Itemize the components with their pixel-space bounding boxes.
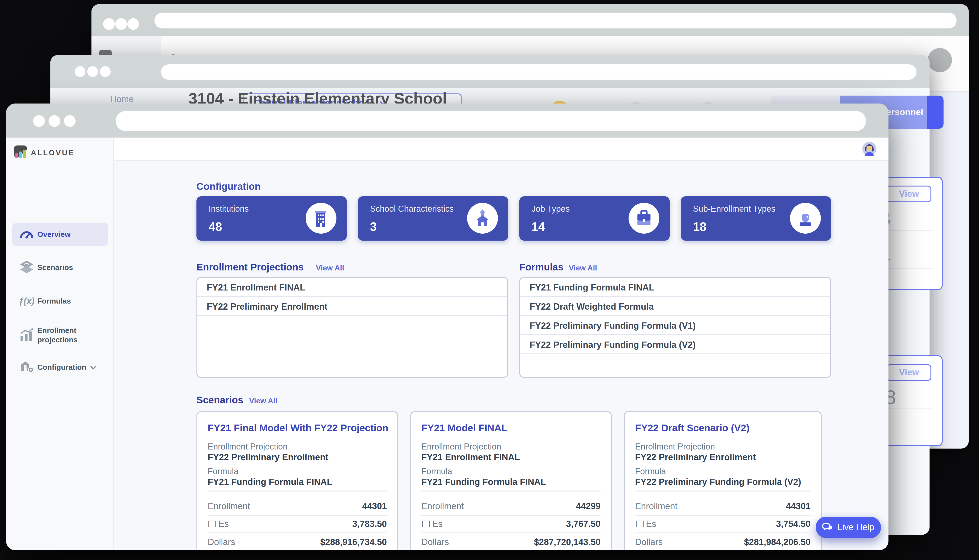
url-bar[interactable] [161, 64, 917, 80]
scenarios-view-all[interactable]: View All [249, 397, 277, 405]
chart-growth-icon [16, 328, 37, 343]
scenario-title: FY22 Draft Scenario (V2) [635, 422, 749, 433]
middle-titlebar [50, 55, 929, 88]
front-content-header [114, 138, 889, 161]
overview-page: Configuration Institutions 48 School Cha… [114, 161, 889, 550]
allovue-logo-icon [14, 145, 27, 158]
row-label: Dollars [635, 537, 663, 547]
row-label: Enrollment [635, 501, 678, 512]
scenario-formula-label: Formula [635, 467, 666, 477]
scenario-card[interactable]: FY21 Model FINAL Enrollment Projection F… [410, 411, 612, 550]
sidebar-item-scenarios[interactable]: Scenarios [12, 256, 108, 279]
row-label: Dollars [208, 537, 235, 547]
list-item[interactable]: FY22 Preliminary Funding Formula (V1) [520, 316, 830, 335]
traffic-dot[interactable] [103, 18, 115, 30]
scenario-ep-label: Enrollment Projection [208, 442, 287, 452]
row-label: FTEs [421, 519, 443, 529]
traffic-dot[interactable] [48, 115, 60, 127]
sidebar-item-configuration[interactable]: Configuration [12, 356, 108, 379]
chat-bubbles-icon [822, 523, 834, 532]
formulas-list: FY21 Funding Formula FINAL FY22 Draft We… [520, 277, 831, 378]
traffic-dot[interactable] [100, 66, 110, 77]
scenario-card[interactable]: FY21 Final Model With FY22 Projection En… [196, 411, 398, 550]
row-value: 3,783.50 [353, 519, 387, 529]
card-job-types[interactable]: Job Types 14 [520, 196, 670, 241]
list-item[interactable]: FY22 Preliminary Enrollment [197, 297, 507, 316]
back-avatar[interactable] [928, 48, 952, 72]
sidebar-item-formulas[interactable]: ƒ(x) Formulas [12, 290, 108, 313]
row-label: FTEs [635, 519, 656, 529]
chevron-down-icon [90, 365, 97, 370]
view-button[interactable]: View [887, 186, 931, 202]
school-gear-icon [16, 360, 37, 375]
row-value: $287,720,143.50 [534, 537, 601, 547]
screenshot-stage: ALLOVUE Search... Feedback? Home Central… [0, 0, 979, 560]
briefcase-icon [628, 203, 659, 233]
schoolhouse-icon [467, 203, 498, 233]
row-value: $288,916,734.50 [320, 537, 387, 547]
row-value: 3,767.50 [566, 519, 601, 529]
sidebar: ALLOVUE Overview Scenarios ƒ(x) Formulas [6, 138, 114, 550]
back-titlebar [92, 4, 969, 36]
live-help-button[interactable]: Live Help [816, 517, 881, 538]
list-item[interactable]: FY21 Funding Formula FINAL [520, 278, 830, 297]
scenario-card[interactable]: FY22 Draft Scenario (V2) Enrollment Proj… [624, 411, 822, 550]
list-item[interactable]: FY22 Preliminary Funding Formula (V2) [520, 335, 830, 354]
row-value: 3,754.50 [776, 519, 810, 529]
row-value: 44299 [576, 501, 601, 512]
scenarios-heading: Scenarios [196, 395, 243, 406]
home-breadcrumb[interactable]: Home [110, 94, 134, 105]
traffic-dot[interactable] [115, 18, 127, 30]
url-bar[interactable] [154, 13, 957, 28]
traffic-dot[interactable] [33, 115, 45, 127]
card-label: Sub-Enrollment Types [693, 204, 775, 214]
url-bar[interactable] [116, 111, 866, 131]
enrollment-projections-view-all[interactable]: View All [316, 264, 344, 272]
card-institutions[interactable]: Institutions 48 [196, 196, 347, 241]
fx-icon: ƒ(x) [16, 296, 37, 306]
traffic-dot[interactable] [87, 66, 98, 77]
card-school-characteristics[interactable]: School Characteristics 3 [358, 196, 508, 241]
card-label: Institutions [209, 204, 249, 214]
view-button[interactable]: View [887, 364, 931, 381]
apple-book-icon [790, 203, 821, 233]
sidebar-item-label: Configuration [37, 363, 86, 372]
sidebar-item-label: Scenarios [37, 263, 73, 272]
card-value: 18 [693, 220, 707, 234]
scenario-formula-value: FY22 Preliminary Funding Formula (V2) [635, 477, 801, 487]
list-item[interactable]: FY21 Enrollment FINAL [197, 278, 507, 297]
building-icon [306, 203, 336, 233]
scenario-ep-value: FY22 Preliminary Enrollment [208, 452, 328, 463]
traffic-dot[interactable] [75, 66, 85, 77]
formulas-view-all[interactable]: View All [569, 264, 597, 272]
card-value: 48 [209, 220, 222, 234]
scenario-formula-value: FY21 Funding Formula FINAL [208, 477, 332, 487]
scenario-formula-label: Formula [208, 467, 239, 477]
scenario-formula-label: Formula [421, 467, 452, 477]
row-label: Dollars [421, 537, 449, 547]
sidebar-item-enrollment-projections[interactable]: Enrollment projections [12, 322, 108, 348]
card-label: Job Types [531, 204, 570, 214]
scenario-formula-value: FY21 Funding Formula FINAL [421, 477, 546, 487]
enrollment-projections-heading: Enrollment Projections [196, 262, 304, 273]
card-label: School Characteristics [370, 204, 454, 214]
row-label: FTEs [208, 519, 229, 529]
sidebar-brand-text: ALLOVUE [31, 149, 75, 157]
row-label: Enrollment [421, 501, 464, 512]
traffic-dot[interactable] [64, 115, 75, 127]
row-value: 44301 [362, 501, 387, 512]
row-label: Enrollment [208, 501, 250, 512]
list-item[interactable]: FY22 Draft Weighted Formula [520, 297, 830, 316]
front-titlebar [6, 103, 889, 138]
enrollment-projections-list: FY21 Enrollment FINAL FY22 Preliminary E… [196, 277, 508, 378]
sidebar-item-overview[interactable]: Overview [12, 223, 108, 246]
traffic-dot[interactable] [127, 18, 139, 30]
scenario-ep-value: FY21 Enrollment FINAL [421, 452, 520, 463]
divider [208, 490, 387, 492]
sidebar-item-label: Enrollment projections [37, 326, 108, 345]
user-avatar[interactable] [862, 142, 876, 156]
live-help-label: Live Help [837, 522, 874, 532]
row-value: $281,984,206.50 [744, 537, 810, 547]
gauge-icon [16, 228, 37, 241]
card-sub-enrollment-types[interactable]: Sub-Enrollment Types 18 [681, 196, 831, 241]
